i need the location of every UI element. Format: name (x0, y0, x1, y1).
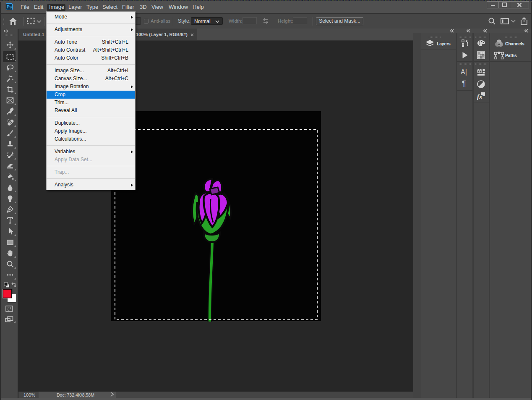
svg-text:fx: fx (477, 93, 482, 100)
